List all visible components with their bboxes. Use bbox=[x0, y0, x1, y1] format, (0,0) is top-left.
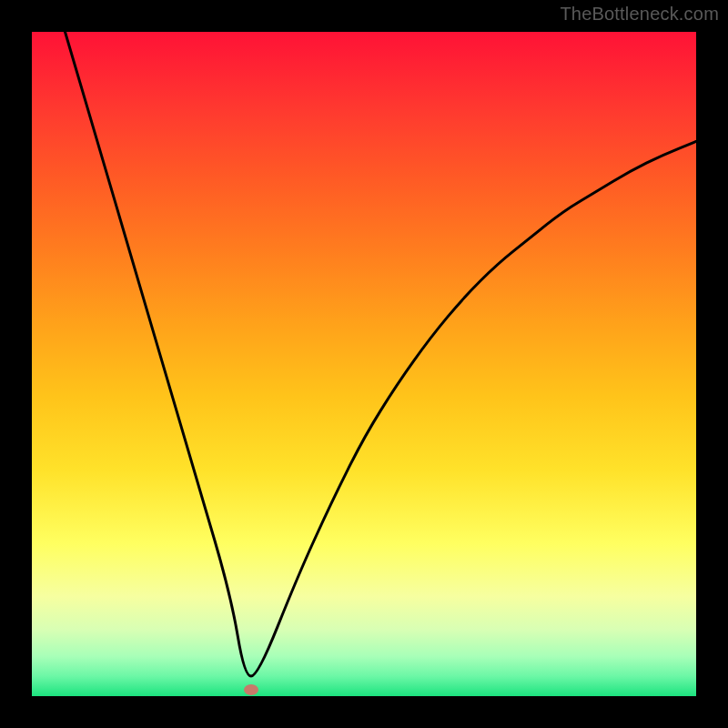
optimal-point-marker bbox=[244, 684, 258, 695]
plot-area bbox=[32, 32, 696, 696]
watermark-text: TheBottleneck.com bbox=[560, 4, 719, 25]
chart-frame: TheBottleneck.com bbox=[0, 0, 728, 728]
bottleneck-curve bbox=[32, 32, 696, 696]
